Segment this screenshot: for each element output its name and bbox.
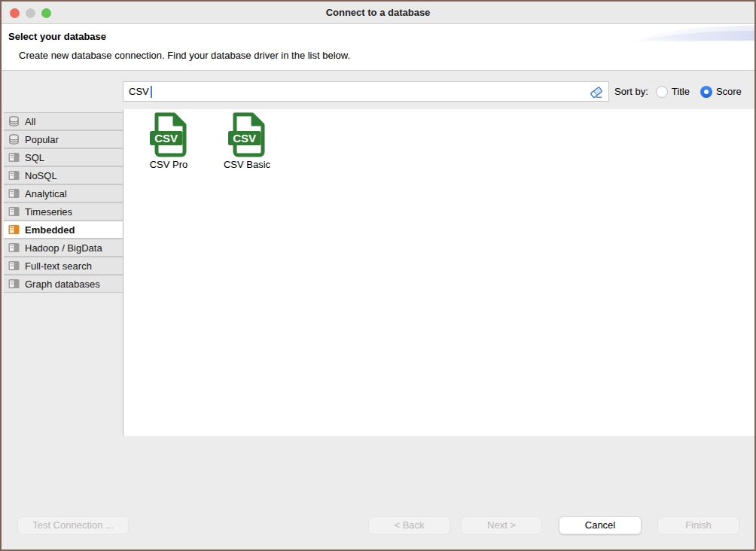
category-icon [8, 170, 20, 181]
category-icon [8, 279, 20, 289]
driver-label: CSV Basic [208, 159, 286, 170]
back-button[interactable]: < Back [368, 516, 450, 534]
database-icon [8, 116, 20, 126]
sidebar-item-embedded[interactable]: Embedded [4, 221, 123, 238]
sort-by-group: Sort by: Title Score [614, 81, 752, 102]
header-swoosh-decoration [626, 24, 754, 50]
search-input-value: CSV [129, 82, 149, 101]
category-icon [8, 260, 20, 271]
driver-item-csv-basic[interactable]: CSV CSV Basic [208, 111, 286, 170]
category-sidebar: All Popular SQL [4, 113, 123, 294]
page-subtitle: Create new database connection. Find you… [19, 50, 350, 61]
svg-text:CSV: CSV [154, 132, 178, 145]
sidebar-item-label: Graph databases [25, 279, 100, 290]
sidebar-item-timeseries[interactable]: Timeseries [4, 203, 123, 220]
sort-score-radio[interactable] [700, 86, 712, 98]
csv-file-icon: CSV [148, 111, 190, 157]
next-button[interactable]: Next > [461, 516, 542, 534]
window-title: Connect to a database [2, 2, 754, 24]
sidebar-item-label: Timeseries [25, 206, 72, 218]
zoom-button[interactable] [41, 8, 51, 18]
category-icon [8, 206, 20, 217]
sidebar-item-label: Analytical [25, 188, 67, 199]
sidebar-item-fulltext-search[interactable]: Full-text search [4, 257, 123, 274]
sidebar-item-label: Full-text search [25, 260, 92, 272]
category-icon [8, 152, 20, 163]
category-icon [8, 242, 20, 253]
finish-button[interactable]: Finish [657, 516, 739, 534]
csv-file-icon: CSV [227, 111, 268, 157]
sidebar-item-graph-databases[interactable]: Graph databases [4, 276, 123, 292]
sidebar-item-analytical[interactable]: Analytical [4, 185, 123, 202]
sidebar-item-label: Embedded [25, 224, 75, 236]
sidebar-item-popular[interactable]: Popular [4, 131, 123, 148]
sidebar-item-all[interactable]: All [4, 113, 123, 129]
driver-item-csv-pro[interactable]: CSV CSV Pro [130, 111, 208, 170]
sidebar-item-label: Popular [25, 134, 59, 145]
minimize-button [26, 8, 35, 18]
wizard-header: Select your database Create new database… [2, 24, 754, 71]
category-icon [8, 224, 20, 235]
sidebar-item-label: SQL [25, 152, 44, 163]
cancel-button[interactable]: Cancel [559, 516, 642, 534]
sort-title-label[interactable]: Title [672, 86, 690, 97]
driver-label: CSV Pro [130, 159, 208, 170]
driver-search-input[interactable]: CSV [123, 81, 609, 102]
sidebar-item-sql[interactable]: SQL [4, 149, 123, 166]
database-icon [8, 134, 20, 145]
sidebar-item-nosql[interactable]: NoSQL [4, 167, 123, 184]
sort-title-radio[interactable] [656, 86, 668, 98]
test-connection-button[interactable]: Test Connection ... [17, 516, 129, 534]
sidebar-item-label: NoSQL [25, 170, 57, 181]
traffic-lights [10, 8, 51, 18]
text-cursor [151, 86, 152, 98]
page-title: Select your database [8, 31, 106, 42]
title-bar: Connect to a database [2, 2, 754, 24]
sort-by-label: Sort by: [614, 86, 648, 97]
connect-database-dialog: Connect to a database Select your databa… [0, 0, 756, 551]
driver-list-panel: CSV CSV Pro CSV CSV Basic [123, 109, 754, 436]
clear-search-icon[interactable] [590, 85, 603, 99]
svg-text:CSV: CSV [233, 132, 256, 145]
sidebar-item-hadoop-bigdata[interactable]: Hadoop / BigData [4, 239, 123, 256]
sort-score-label[interactable]: Score [716, 86, 742, 97]
category-icon [8, 188, 20, 199]
sidebar-item-label: All [25, 116, 35, 127]
sidebar-item-label: Hadoop / BigData [25, 242, 102, 254]
close-button[interactable] [10, 8, 20, 18]
